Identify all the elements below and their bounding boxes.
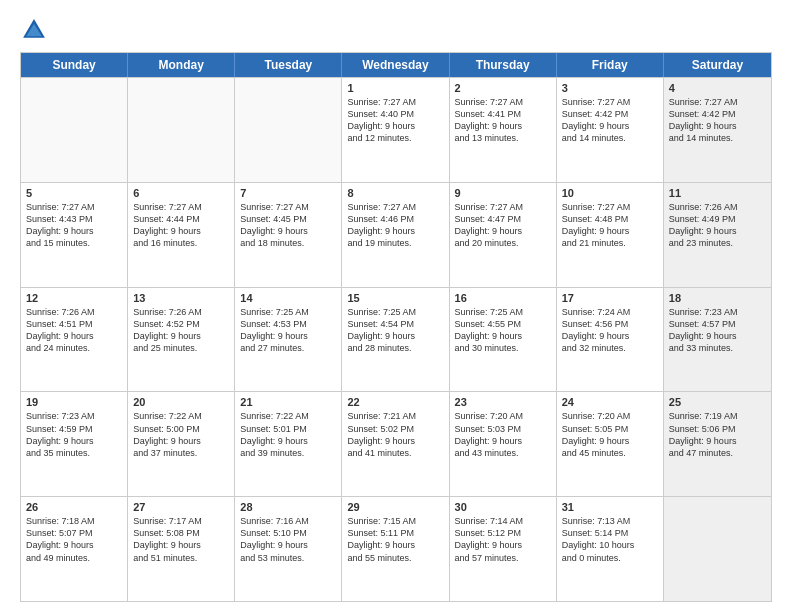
- day-info: Sunrise: 7:20 AM Sunset: 5:05 PM Dayligh…: [562, 410, 658, 459]
- day-info: Sunrise: 7:27 AM Sunset: 4:43 PM Dayligh…: [26, 201, 122, 250]
- day-info: Sunrise: 7:13 AM Sunset: 5:14 PM Dayligh…: [562, 515, 658, 564]
- day-cell-30: 30Sunrise: 7:14 AM Sunset: 5:12 PM Dayli…: [450, 497, 557, 601]
- day-number: 1: [347, 82, 443, 94]
- day-cell-20: 20Sunrise: 7:22 AM Sunset: 5:00 PM Dayli…: [128, 392, 235, 496]
- day-info: Sunrise: 7:24 AM Sunset: 4:56 PM Dayligh…: [562, 306, 658, 355]
- day-info: Sunrise: 7:27 AM Sunset: 4:42 PM Dayligh…: [562, 96, 658, 145]
- day-cell-31: 31Sunrise: 7:13 AM Sunset: 5:14 PM Dayli…: [557, 497, 664, 601]
- calendar: SundayMondayTuesdayWednesdayThursdayFrid…: [20, 52, 772, 602]
- calendar-row-4: 19Sunrise: 7:23 AM Sunset: 4:59 PM Dayli…: [21, 391, 771, 496]
- day-number: 5: [26, 187, 122, 199]
- day-cell-3: 3Sunrise: 7:27 AM Sunset: 4:42 PM Daylig…: [557, 78, 664, 182]
- day-info: Sunrise: 7:26 AM Sunset: 4:51 PM Dayligh…: [26, 306, 122, 355]
- day-number: 29: [347, 501, 443, 513]
- day-cell-21: 21Sunrise: 7:22 AM Sunset: 5:01 PM Dayli…: [235, 392, 342, 496]
- day-info: Sunrise: 7:27 AM Sunset: 4:46 PM Dayligh…: [347, 201, 443, 250]
- day-cell-1: 1Sunrise: 7:27 AM Sunset: 4:40 PM Daylig…: [342, 78, 449, 182]
- day-info: Sunrise: 7:23 AM Sunset: 4:59 PM Dayligh…: [26, 410, 122, 459]
- day-cell-11: 11Sunrise: 7:26 AM Sunset: 4:49 PM Dayli…: [664, 183, 771, 287]
- header-day-thursday: Thursday: [450, 53, 557, 77]
- day-cell-18: 18Sunrise: 7:23 AM Sunset: 4:57 PM Dayli…: [664, 288, 771, 392]
- day-number: 12: [26, 292, 122, 304]
- day-info: Sunrise: 7:14 AM Sunset: 5:12 PM Dayligh…: [455, 515, 551, 564]
- day-cell-9: 9Sunrise: 7:27 AM Sunset: 4:47 PM Daylig…: [450, 183, 557, 287]
- day-number: 17: [562, 292, 658, 304]
- day-info: Sunrise: 7:26 AM Sunset: 4:52 PM Dayligh…: [133, 306, 229, 355]
- day-info: Sunrise: 7:20 AM Sunset: 5:03 PM Dayligh…: [455, 410, 551, 459]
- day-number: 19: [26, 396, 122, 408]
- day-cell-17: 17Sunrise: 7:24 AM Sunset: 4:56 PM Dayli…: [557, 288, 664, 392]
- logo-icon: [20, 16, 48, 44]
- day-number: 25: [669, 396, 766, 408]
- day-info: Sunrise: 7:17 AM Sunset: 5:08 PM Dayligh…: [133, 515, 229, 564]
- day-cell-24: 24Sunrise: 7:20 AM Sunset: 5:05 PM Dayli…: [557, 392, 664, 496]
- empty-cell-r4c6: [664, 497, 771, 601]
- day-info: Sunrise: 7:27 AM Sunset: 4:45 PM Dayligh…: [240, 201, 336, 250]
- day-number: 28: [240, 501, 336, 513]
- header-day-monday: Monday: [128, 53, 235, 77]
- day-number: 10: [562, 187, 658, 199]
- day-info: Sunrise: 7:27 AM Sunset: 4:48 PM Dayligh…: [562, 201, 658, 250]
- day-info: Sunrise: 7:23 AM Sunset: 4:57 PM Dayligh…: [669, 306, 766, 355]
- day-info: Sunrise: 7:15 AM Sunset: 5:11 PM Dayligh…: [347, 515, 443, 564]
- day-cell-5: 5Sunrise: 7:27 AM Sunset: 4:43 PM Daylig…: [21, 183, 128, 287]
- day-number: 3: [562, 82, 658, 94]
- day-info: Sunrise: 7:27 AM Sunset: 4:40 PM Dayligh…: [347, 96, 443, 145]
- calendar-body: 1Sunrise: 7:27 AM Sunset: 4:40 PM Daylig…: [21, 77, 771, 601]
- day-cell-27: 27Sunrise: 7:17 AM Sunset: 5:08 PM Dayli…: [128, 497, 235, 601]
- day-number: 30: [455, 501, 551, 513]
- day-cell-15: 15Sunrise: 7:25 AM Sunset: 4:54 PM Dayli…: [342, 288, 449, 392]
- day-cell-4: 4Sunrise: 7:27 AM Sunset: 4:42 PM Daylig…: [664, 78, 771, 182]
- calendar-row-2: 5Sunrise: 7:27 AM Sunset: 4:43 PM Daylig…: [21, 182, 771, 287]
- day-number: 22: [347, 396, 443, 408]
- day-number: 13: [133, 292, 229, 304]
- header-day-saturday: Saturday: [664, 53, 771, 77]
- day-info: Sunrise: 7:16 AM Sunset: 5:10 PM Dayligh…: [240, 515, 336, 564]
- day-number: 2: [455, 82, 551, 94]
- page: SundayMondayTuesdayWednesdayThursdayFrid…: [0, 0, 792, 612]
- header: [20, 16, 772, 44]
- day-number: 23: [455, 396, 551, 408]
- header-day-tuesday: Tuesday: [235, 53, 342, 77]
- day-cell-2: 2Sunrise: 7:27 AM Sunset: 4:41 PM Daylig…: [450, 78, 557, 182]
- empty-cell-r0c2: [235, 78, 342, 182]
- day-cell-7: 7Sunrise: 7:27 AM Sunset: 4:45 PM Daylig…: [235, 183, 342, 287]
- day-info: Sunrise: 7:22 AM Sunset: 5:01 PM Dayligh…: [240, 410, 336, 459]
- day-number: 18: [669, 292, 766, 304]
- day-number: 15: [347, 292, 443, 304]
- day-number: 8: [347, 187, 443, 199]
- day-cell-26: 26Sunrise: 7:18 AM Sunset: 5:07 PM Dayli…: [21, 497, 128, 601]
- day-number: 26: [26, 501, 122, 513]
- day-cell-22: 22Sunrise: 7:21 AM Sunset: 5:02 PM Dayli…: [342, 392, 449, 496]
- day-info: Sunrise: 7:19 AM Sunset: 5:06 PM Dayligh…: [669, 410, 766, 459]
- empty-cell-r0c0: [21, 78, 128, 182]
- day-cell-16: 16Sunrise: 7:25 AM Sunset: 4:55 PM Dayli…: [450, 288, 557, 392]
- logo: [20, 16, 52, 44]
- day-number: 20: [133, 396, 229, 408]
- day-cell-6: 6Sunrise: 7:27 AM Sunset: 4:44 PM Daylig…: [128, 183, 235, 287]
- day-cell-8: 8Sunrise: 7:27 AM Sunset: 4:46 PM Daylig…: [342, 183, 449, 287]
- day-number: 24: [562, 396, 658, 408]
- day-number: 14: [240, 292, 336, 304]
- day-number: 16: [455, 292, 551, 304]
- day-info: Sunrise: 7:27 AM Sunset: 4:47 PM Dayligh…: [455, 201, 551, 250]
- day-info: Sunrise: 7:21 AM Sunset: 5:02 PM Dayligh…: [347, 410, 443, 459]
- day-cell-13: 13Sunrise: 7:26 AM Sunset: 4:52 PM Dayli…: [128, 288, 235, 392]
- header-day-wednesday: Wednesday: [342, 53, 449, 77]
- calendar-row-3: 12Sunrise: 7:26 AM Sunset: 4:51 PM Dayli…: [21, 287, 771, 392]
- empty-cell-r0c1: [128, 78, 235, 182]
- day-cell-28: 28Sunrise: 7:16 AM Sunset: 5:10 PM Dayli…: [235, 497, 342, 601]
- day-number: 31: [562, 501, 658, 513]
- day-info: Sunrise: 7:27 AM Sunset: 4:44 PM Dayligh…: [133, 201, 229, 250]
- day-cell-29: 29Sunrise: 7:15 AM Sunset: 5:11 PM Dayli…: [342, 497, 449, 601]
- header-day-friday: Friday: [557, 53, 664, 77]
- day-info: Sunrise: 7:27 AM Sunset: 4:42 PM Dayligh…: [669, 96, 766, 145]
- day-number: 6: [133, 187, 229, 199]
- header-day-sunday: Sunday: [21, 53, 128, 77]
- day-number: 11: [669, 187, 766, 199]
- day-cell-10: 10Sunrise: 7:27 AM Sunset: 4:48 PM Dayli…: [557, 183, 664, 287]
- day-number: 21: [240, 396, 336, 408]
- day-number: 7: [240, 187, 336, 199]
- day-cell-14: 14Sunrise: 7:25 AM Sunset: 4:53 PM Dayli…: [235, 288, 342, 392]
- day-info: Sunrise: 7:25 AM Sunset: 4:55 PM Dayligh…: [455, 306, 551, 355]
